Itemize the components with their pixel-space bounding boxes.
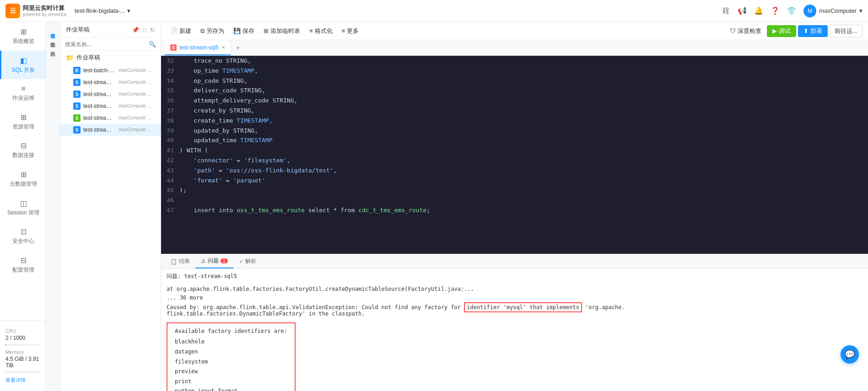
pin-icon[interactable]: 📌 bbox=[132, 27, 139, 33]
sql-dev-label: SQL 开发 bbox=[12, 67, 35, 74]
question-icon[interactable]: ❓ bbox=[771, 6, 780, 16]
preview-button[interactable]: 前往运... bbox=[830, 25, 863, 37]
format-button[interactable]: ≡ 格式化 bbox=[306, 25, 336, 37]
save-icon: 💾 bbox=[233, 27, 241, 34]
line-code-34: op_code STRING, bbox=[179, 76, 868, 86]
file-name-f4: test-stream-sql3 bbox=[83, 103, 116, 109]
factory-item-filesystem: filesystem bbox=[175, 357, 287, 367]
folder-item[interactable]: 📁 作业草稿 bbox=[60, 51, 161, 64]
refresh-icon[interactable]: ↻ bbox=[150, 27, 155, 33]
sidebar-item-meta[interactable]: ⊞ 元数据管理 bbox=[0, 165, 45, 193]
gift-icon[interactable]: 👕 bbox=[787, 6, 796, 16]
sidebar-item-resource[interactable]: ⊞ 资源管理 bbox=[0, 107, 45, 136]
code-line-46: 46 bbox=[161, 195, 868, 205]
code-line-37: 37 create_by STRING, bbox=[161, 106, 868, 116]
code-editor[interactable]: 32 trace_no STRING,33 op_time TIMESTAMP,… bbox=[161, 56, 868, 254]
code-scroll[interactable]: 32 trace_no STRING,33 op_time TIMESTAMP,… bbox=[161, 56, 868, 254]
file-item-f5[interactable]: S test-stream-sql4 maxCompute 粒... bbox=[60, 112, 161, 124]
file-badge-f2: S bbox=[73, 79, 81, 86]
line-num-47: 47 bbox=[161, 205, 179, 215]
file-name-f3: test-stream-sql2 bbox=[83, 91, 116, 97]
deploy-button[interactable]: ⬆ 部署 bbox=[798, 25, 828, 37]
line-num-46: 46 bbox=[161, 195, 179, 205]
more-button[interactable]: ≡ 更多 bbox=[338, 25, 363, 37]
data-conn-icon: ⊟ bbox=[21, 141, 27, 150]
debug-button[interactable]: ▶ 调试 bbox=[767, 25, 796, 37]
file-meta-f5: maxCompute 粒... bbox=[119, 115, 155, 121]
tab-name: test-stream-sql5 bbox=[179, 44, 219, 51]
float-button[interactable]: 💬 bbox=[841, 345, 859, 364]
bell-icon[interactable]: 🔔 bbox=[754, 6, 763, 16]
line-num-44: 44 bbox=[161, 176, 179, 186]
logo-area: 云 阿里云实时计算 powered by ververica bbox=[5, 4, 66, 18]
file-item-f3[interactable]: S test-stream-sql2 maxCompute 粒... bbox=[60, 88, 161, 100]
bottom-tab-problem[interactable]: ⚠ 问题 1 bbox=[195, 254, 233, 268]
line-code-38: create_time TIMESTAMP, bbox=[179, 116, 868, 126]
file-list: B test-batch-sql maxCompute 粒定...S test-… bbox=[60, 64, 161, 136]
tab-badge: S bbox=[170, 44, 177, 51]
tab-stream-sql5[interactable]: S test-stream-sql5 ✕ bbox=[165, 40, 231, 55]
security-icon: ⊡ bbox=[21, 227, 27, 236]
line-code-46 bbox=[179, 195, 868, 205]
vtab-1[interactable]: 元数据 bbox=[48, 35, 58, 42]
topbar-left: 云 阿里云实时计算 powered by ververica test-flin… bbox=[5, 4, 134, 18]
line-num-41: 41 bbox=[161, 145, 179, 155]
line-num-34: 34 bbox=[161, 76, 179, 86]
resource-detail-link[interactable]: 查看详情 bbox=[5, 377, 40, 384]
project-selector[interactable]: test-flink-bigdata-... ▾ bbox=[71, 5, 134, 16]
line-num-42: 42 bbox=[161, 155, 179, 166]
line-num-38: 38 bbox=[161, 116, 179, 126]
sidebar-item-overview[interactable]: ⊞ 系统概览 bbox=[0, 22, 45, 51]
available-title: Available factory identifiers are: bbox=[175, 328, 287, 334]
line-num-35: 35 bbox=[161, 86, 179, 96]
file-item-f6[interactable]: S test-stream-sql5 maxCompute 粒... bbox=[60, 124, 161, 136]
problem-label: 问题 bbox=[208, 257, 219, 265]
bottom-tab-solve[interactable]: ✓ 解析 bbox=[233, 254, 262, 268]
vtab-panel: 作业草稿元数据函数 bbox=[46, 22, 60, 391]
sidebar-item-job-ops[interactable]: ≡ 作业运维 bbox=[0, 79, 45, 107]
tab-add-button[interactable]: + bbox=[231, 44, 244, 52]
vtab-0[interactable]: 作业草稿 bbox=[48, 26, 58, 33]
vtab-2[interactable]: 函数 bbox=[48, 44, 58, 51]
resource-icon: ⊞ bbox=[21, 113, 27, 122]
megaphone-icon[interactable]: 📢 bbox=[738, 6, 747, 16]
file-name-f1: test-batch-sql bbox=[83, 67, 116, 74]
link-icon[interactable]: ⛓ bbox=[721, 6, 730, 16]
bottom-tab-result[interactable]: 📋 结果 bbox=[165, 254, 195, 268]
saveas-label: 另存为 bbox=[206, 27, 224, 35]
line-code-33: op_time TIMESTAMP, bbox=[179, 66, 868, 76]
folder-label: 作业草稿 bbox=[76, 54, 100, 62]
sidebar-item-sql-dev[interactable]: ◧ SQL 开发 bbox=[0, 51, 45, 80]
file-item-f4[interactable]: S test-stream-sql3 maxCompute 粒... bbox=[60, 100, 161, 112]
data-conn-label: 数据连接 bbox=[12, 152, 34, 159]
code-line-39: 39 updated_by STRING, bbox=[161, 126, 868, 136]
shield-icon: 🛡 bbox=[730, 27, 736, 34]
addtable-button[interactable]: ⊞ 添加临时表 bbox=[260, 25, 304, 37]
solve-label: 解析 bbox=[245, 257, 256, 265]
deepcheck-button[interactable]: 🛡 深度检查 bbox=[726, 25, 765, 37]
tab-close-icon[interactable]: ✕ bbox=[221, 45, 225, 50]
sidebar-item-session[interactable]: ◫ Session 管理 bbox=[0, 193, 45, 222]
code-line-44: 44 'format' = 'parquet' bbox=[161, 176, 868, 186]
panel-header-icons: 📌 □ ↻ bbox=[132, 27, 155, 33]
line-code-44: 'format' = 'parquet' bbox=[179, 176, 868, 186]
copy-icon[interactable]: □ bbox=[143, 27, 146, 33]
file-item-f2[interactable]: S test-stream-sql maxCompute 粒定... bbox=[60, 76, 161, 88]
file-name-f2: test-stream-sql bbox=[83, 79, 116, 86]
play-icon: ▶ bbox=[772, 27, 777, 34]
problem-badge: 1 bbox=[221, 258, 228, 263]
warning-icon: ⚠ bbox=[201, 258, 206, 264]
save-button[interactable]: 💾 保存 bbox=[230, 25, 258, 37]
sidebar-item-data-conn[interactable]: ⊟ 数据连接 bbox=[0, 136, 45, 165]
saveas-button[interactable]: ⧉ 另存为 bbox=[197, 25, 228, 37]
search-input[interactable] bbox=[65, 41, 146, 48]
memory-bar-bg bbox=[5, 371, 40, 373]
code-line-34: 34 op_code STRING, bbox=[161, 76, 868, 86]
preview-label: 前往运... bbox=[835, 27, 857, 34]
available-factory-box: Available factory identifiers are: black… bbox=[167, 322, 296, 391]
sidebar-item-config[interactable]: ⊟ 配置管理 bbox=[0, 251, 45, 279]
new-button[interactable]: 📄 新建 bbox=[167, 25, 195, 37]
user-info[interactable]: M maxComputer ▾ bbox=[803, 5, 863, 17]
sidebar-item-security[interactable]: ⊡ 安全中心 bbox=[0, 222, 45, 251]
file-item-f1[interactable]: B test-batch-sql maxCompute 粒定... bbox=[60, 64, 161, 76]
